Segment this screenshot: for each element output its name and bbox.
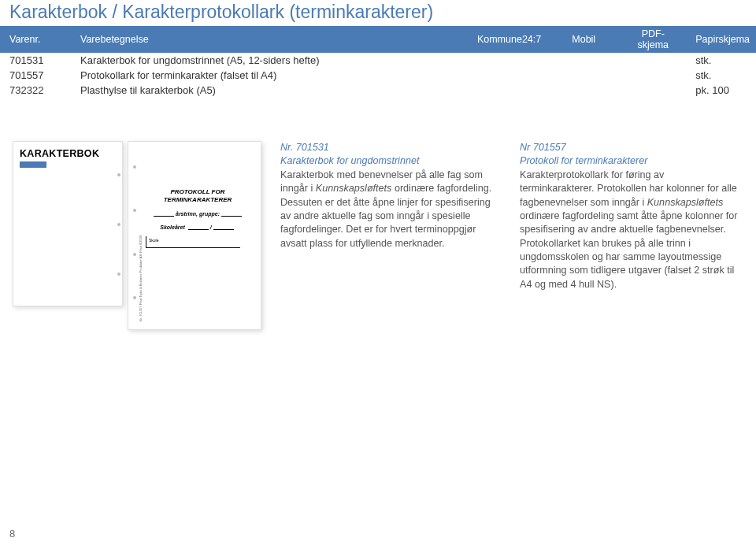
desc2-body-c: ordinære fagfordeling samt åtte åpne kol… — [520, 210, 738, 290]
thumbnails: KARAKTERBOK PROTOKOLL FOR TERMINKARAKTER… — [13, 141, 261, 330]
desc1-nr: Nr. 701531 — [280, 141, 501, 154]
table-header-row: Varenr. Varebetegnelse Kommune24:7 Mobil… — [0, 26, 756, 53]
col-pdf: PDF-skjema — [617, 26, 686, 53]
cell-pdf — [617, 68, 686, 83]
col-kommune247: Kommune24:7 — [468, 26, 547, 53]
desc2-nr: Nr 701557 — [520, 141, 740, 154]
cell-varenr: 732322 — [0, 83, 71, 98]
cell-papir: stk. — [686, 68, 756, 83]
table-row: 701531 Karakterbok for ungdomstrinnet (A… — [0, 53, 756, 68]
description-columns: Nr. 701531 Karakterbok for ungdomstrinne… — [280, 141, 740, 330]
protokoll-heading-line1: PROTOKOLL FOR — [170, 188, 224, 195]
karakterbok-label: KARAKTERBOK — [20, 148, 116, 159]
desc2-title: Protokoll for terminkarakterer — [520, 154, 740, 168]
protokoll-skoleaar-line: Skoleåret / — [146, 224, 250, 230]
thumbnail-protokoll: PROTOKOLL FOR TERMINKARAKTERER årstrinn,… — [128, 141, 261, 330]
content-area: KARAKTERBOK PROTOKOLL FOR TERMINKARAKTER… — [0, 98, 756, 330]
cell-mobil — [547, 53, 617, 68]
cell-k24 — [468, 53, 547, 68]
cell-betegnelse: Protokollark for terminkarakter (falset … — [71, 68, 468, 83]
cell-betegnelse: Karakterbok for ungdomstrinnet (A5, 12-s… — [71, 53, 468, 68]
description-col-1: Nr. 701531 Karakterbok for ungdomstrinne… — [280, 141, 501, 330]
col-papir: Papirskjema — [686, 26, 756, 53]
binding-holes-icon — [133, 165, 136, 299]
protokoll-side-text: Nr. 701557 Flisa Trykk & Reklame Produkt… — [139, 236, 143, 321]
thumbnail-karakterbok: KARAKTERBOK — [13, 141, 123, 306]
protokoll-aarstrinn-line: årstrinn, gruppe: — [146, 211, 250, 217]
desc1-title: Karakterbok for ungdomstrinnet — [280, 154, 501, 168]
cell-mobil — [547, 83, 617, 98]
col-mobil: Mobil — [547, 26, 617, 53]
desc1-body-em: Kunnskapsløftets — [316, 183, 392, 194]
cell-pdf — [617, 83, 686, 98]
cell-k24 — [468, 83, 547, 98]
description-col-2: Nr 701557 Protokoll for terminkarakterer… — [520, 141, 740, 330]
page-number: 8 — [9, 528, 15, 540]
karakterbok-bar — [20, 161, 46, 168]
col-varenr: Varenr. — [0, 26, 71, 53]
protokoll-skoleaar-label: Skoleåret — [160, 224, 185, 230]
desc2-body-em: Kunnskapsløftets — [647, 197, 724, 208]
protokoll-aarstrinn-label: årstrinn, gruppe: — [176, 211, 220, 217]
binding-holes-icon — [117, 173, 120, 276]
cell-papir: stk. — [686, 53, 756, 68]
protokoll-heading-line2: TERMINKARAKTERER — [164, 196, 232, 203]
protokoll-heading: PROTOKOLL FOR TERMINKARAKTERER — [146, 188, 250, 203]
cell-papir: pk. 100 — [686, 83, 756, 98]
cell-pdf — [617, 53, 686, 68]
product-table: Varenr. Varebetegnelse Kommune24:7 Mobil… — [0, 26, 756, 98]
cell-varenr: 701531 — [0, 53, 71, 68]
table-row: 732322 Plasthylse til karakterbok (A5) p… — [0, 83, 756, 98]
col-betegnelse: Varebetegnelse — [71, 26, 468, 53]
table-row: 701557 Protokollark for terminkarakter (… — [0, 68, 756, 83]
cell-k24 — [468, 68, 547, 83]
cell-varenr: 701557 — [0, 68, 71, 83]
cell-mobil — [547, 68, 617, 83]
cell-betegnelse: Plasthylse til karakterbok (A5) — [71, 83, 468, 98]
protokoll-skole-box: Skole — [146, 236, 240, 248]
section-title: Karakterbok / Karakterprotokollark (term… — [0, 0, 756, 26]
